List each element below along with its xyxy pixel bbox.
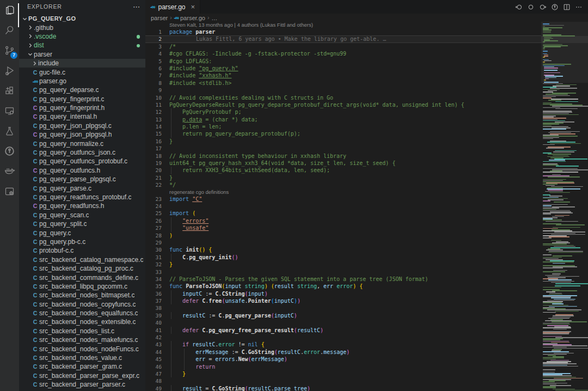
code-line-9[interactable]: 9: [145, 87, 541, 94]
code-line-5[interactable]: 5#cgo LDFLAGS:: [145, 58, 541, 65]
code-line-36[interactable]: 36 inputC := C.CString(input): [145, 290, 541, 297]
tree-item-pg-query-readfuncs-h[interactable]: Cpg_query_readfuncs.h: [19, 201, 145, 210]
activity-gitlens-icon[interactable]: [0, 141, 19, 161]
tree-item-pg-query-json-plpgsql-h[interactable]: Cpg_query_json_plpgsql.h: [19, 130, 145, 139]
tree-item-pg-query-outfuncs-h[interactable]: Cpg_query_outfuncs.h: [19, 166, 145, 175]
tree-item-parser-go[interactable]: -∞parser.go: [19, 77, 145, 85]
tree-item-pg-query-fingerprint-c[interactable]: Cpg_query_fingerprint.c: [19, 95, 145, 103]
tree-item-pg-query-outfuncs-protobuf-c[interactable]: Cpg_query_outfuncs_protobuf.c: [19, 157, 145, 166]
tree-item-pg-query-normalize-c[interactable]: Cpg_query_normalize.c: [19, 139, 145, 148]
tree-item-dist[interactable]: dist: [19, 41, 145, 50]
tree-item-pg-query-c[interactable]: Cpg_query.c: [19, 228, 145, 237]
breadcrumb-item[interactable]: …: [211, 15, 217, 21]
activity-remote-explorer-icon[interactable]: [0, 101, 19, 121]
tree-item-pg-query-split-c[interactable]: Cpg_query_split.c: [19, 219, 145, 228]
code-line-11[interactable]: 11PgQueryDeparseResult pg_query_deparse_…: [145, 101, 541, 108]
tree-item-src-backend-parser-parse-expr-c[interactable]: Csrc_backend_parser_parse_expr.c: [19, 371, 145, 380]
breadcrumb-item[interactable]: parser: [151, 15, 168, 21]
tree-item-pg-query-deparse-c[interactable]: Cpg_query_deparse.c: [19, 85, 145, 94]
minimap[interactable]: [541, 22, 588, 391]
tree-item-src-backend-nodes-extensible-c[interactable]: Csrc_backend_nodes_extensible.c: [19, 317, 145, 326]
tree-item-pg-query-scan-c[interactable]: Cpg_query_scan.c: [19, 211, 145, 219]
code-line-35[interactable]: 35func ParseToJSON(input string) (result…: [145, 283, 541, 290]
code-line-27[interactable]: 27 "unsafe": [145, 224, 541, 231]
tree-item-src-backend-commands-define-c[interactable]: Csrc_backend_commands_define.c: [19, 273, 145, 282]
code-line-12[interactable]: 12 PgQueryProtobuf p;: [145, 108, 541, 115]
tree-item-src-backend-nodes-copyfuncs-c[interactable]: Csrc_backend_nodes_copyfuncs.c: [19, 300, 145, 309]
tree-item-src-backend-parser-gram-c[interactable]: Csrc_backend_parser_gram.c: [19, 362, 145, 371]
code-line-45[interactable]: 45 err = errors.New(errMessage): [145, 356, 541, 363]
tree-item-src-backend-catalog-namespace-c[interactable]: Csrc_backend_catalog_namespace.c: [19, 255, 145, 264]
code-line-23[interactable]: 23import "C": [145, 196, 541, 203]
activity-run-debug-icon[interactable]: [0, 60, 19, 81]
prev-change-icon[interactable]: [514, 3, 523, 11]
tree-item-guc-file-c[interactable]: Cguc-file.c: [19, 68, 145, 76]
code-line-6[interactable]: 6#include "pg_query.h": [145, 65, 541, 72]
code-line-20[interactable]: 20 return XXH3_64bits_withSeed(data, len…: [145, 167, 541, 174]
tree-item-include[interactable]: include: [19, 59, 145, 68]
code-line-17[interactable]: 17: [145, 145, 541, 152]
tree-item-src-backend-nodes-equalfuncs-c[interactable]: Csrc_backend_nodes_equalfuncs.c: [19, 309, 145, 317]
tree-item-src-backend-libpq-pqcomm-c[interactable]: Csrc_backend_libpq_pqcomm.c: [19, 282, 145, 291]
code-line-15[interactable]: 15 return pg_query_deparse_protobuf(p);: [145, 130, 541, 137]
code-line-16[interactable]: 16}: [145, 138, 541, 145]
code-line-47[interactable]: 47 }: [145, 370, 541, 377]
code-line-30[interactable]: 30func init() {: [145, 246, 541, 253]
code-line-39[interactable]: 39 resultC := C.pg_query_parse(inputC): [145, 312, 541, 319]
tree-item-protobuf-c-c[interactable]: Cprotobuf-c.c: [19, 246, 145, 255]
tree-item-src-backend-nodes-makefuncs-c[interactable]: Csrc_backend_nodes_makefuncs.c: [19, 335, 145, 344]
tree-item-pg-query-readfuncs-protobuf-c[interactable]: Cpg_query_readfuncs_protobuf.c: [19, 193, 145, 201]
code-line-40[interactable]: 40: [145, 319, 541, 326]
activity-testing-icon[interactable]: [0, 121, 19, 141]
code-line-44[interactable]: 44 errMessage := C.GoString(resultC.erro…: [145, 349, 541, 356]
code-line-41[interactable]: 41 defer C.pg_query_free_parse_result(re…: [145, 327, 541, 334]
activity-containers-icon[interactable]: [0, 181, 19, 201]
tree-item-pg-query-internal-h[interactable]: Cpg_query_internal.h: [19, 112, 145, 121]
code-line-2[interactable]: 2Lukas Fittl, 6 years ago • Make the lib…: [145, 35, 541, 42]
tree-item--github[interactable]: .github: [19, 23, 145, 32]
code-line-43[interactable]: 43 if resultC.error != nil {: [145, 341, 541, 348]
tree-item-src-backend-nodes-nodefuncs-c[interactable]: Csrc_backend_nodes_nodeFuncs.c: [19, 344, 145, 353]
code-line-33[interactable]: 33: [145, 268, 541, 276]
code-area[interactable]: Steven Kalt, 13 months ago | 4 authors (…: [145, 22, 541, 391]
code-line-21[interactable]: 21}: [145, 174, 541, 181]
codelens-annotation[interactable]: Steven Kalt, 13 months ago | 4 authors (…: [145, 22, 541, 28]
close-icon[interactable]: ×: [191, 3, 195, 11]
tree-item--vscode[interactable]: .vscode: [19, 32, 145, 41]
code-line-1[interactable]: 1package parser: [145, 28, 541, 35]
code-line-48[interactable]: 48: [145, 377, 541, 384]
code-line-38[interactable]: 38: [145, 304, 541, 311]
code-line-49[interactable]: 49 result = C.GoString(resultC.parse_tre…: [145, 385, 541, 391]
tree-item-pg-query-parse-c[interactable]: Cpg_query_parse.c: [19, 184, 145, 192]
code-line-31[interactable]: 31 C.pg_query_init(): [145, 254, 541, 261]
code-line-7[interactable]: 7#include "xxhash.h": [145, 72, 541, 79]
code-line-19[interactable]: 19uint64_t pg_query_hash_xxh3_64(void *d…: [145, 160, 541, 167]
code-line-34[interactable]: 34// ParseToJSON - Parses the given SQL …: [145, 276, 541, 283]
activity-search-icon[interactable]: [0, 20, 19, 40]
tab-parser-go[interactable]: -∞ parser.go ×: [145, 0, 200, 14]
code-line-46[interactable]: 46 return: [145, 363, 541, 370]
activity-explorer-icon[interactable]: [0, 0, 19, 20]
code-line-42[interactable]: 42: [145, 334, 541, 341]
code-line-8[interactable]: 8#include <stdlib.h>: [145, 80, 541, 87]
tree-item-src-backend-nodes-list-c[interactable]: Csrc_backend_nodes_list.c: [19, 327, 145, 335]
code-line-32[interactable]: 32}: [145, 261, 541, 268]
gitlens-icon[interactable]: [550, 3, 559, 11]
tree-root-pg-query-go[interactable]: PG_QUERY_GO: [19, 14, 145, 23]
tree-item-pg-query-outfuncs-json-c[interactable]: Cpg_query_outfuncs_json.c: [19, 148, 145, 157]
tree-item-pg-query-fingerprint-h[interactable]: Cpg_query_fingerprint.h: [19, 103, 145, 112]
breadcrumb-item[interactable]: -∞parser.go: [174, 15, 205, 21]
code-line-29[interactable]: 29: [145, 239, 541, 246]
code-line-26[interactable]: 26 "errors": [145, 217, 541, 224]
tree-item-src-backend-catalog-pg-proc-c[interactable]: Csrc_backend_catalog_pg_proc.c: [19, 264, 145, 273]
tree-item-pg-query-json-plpgsql-c[interactable]: Cpg_query_json_plpgsql.c: [19, 121, 145, 130]
code-line-24[interactable]: 24: [145, 203, 541, 210]
code-line-14[interactable]: 14 p.len = len;: [145, 123, 541, 130]
code-line-13[interactable]: 13 p.data = (char *) data;: [145, 116, 541, 123]
split-editor-icon[interactable]: [562, 3, 571, 11]
tree-item-pg-query-pb-c-c[interactable]: Cpg_query.pb-c.c: [19, 237, 145, 246]
codelens-annotation[interactable]: regenerate cgo definitions: [145, 189, 541, 196]
code-line-10[interactable]: 10// Avoid complexities dealing with C s…: [145, 94, 541, 101]
activity-extensions-icon[interactable]: [0, 81, 19, 101]
tree-item-parser[interactable]: parser: [19, 50, 145, 59]
